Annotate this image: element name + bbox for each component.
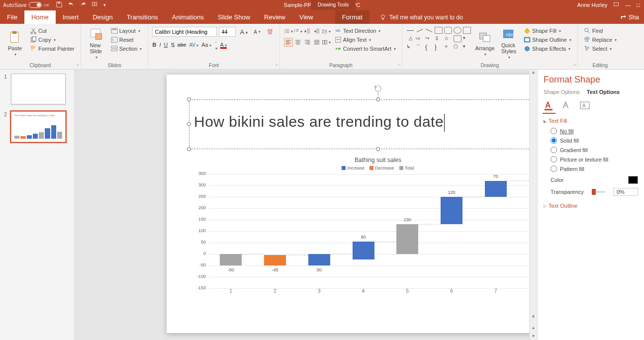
resize-handle[interactable]	[187, 122, 191, 126]
layout-button[interactable]: Layout	[109, 27, 144, 35]
resize-handle[interactable]	[187, 147, 191, 151]
transparency-value[interactable]: 0%	[613, 188, 638, 196]
vertical-scrollbar[interactable]: ▲ ▼ ▴▾	[529, 70, 537, 340]
cut-button[interactable]: Cut	[28, 27, 77, 35]
tab-design[interactable]: Design	[86, 10, 119, 24]
slide-thumbnail-2[interactable]: How bikini sales are trending to date	[11, 111, 66, 142]
tab-transitions[interactable]: Transitions	[120, 10, 165, 24]
shape-fill-button[interactable]: Shape Fill	[522, 27, 573, 35]
share-button[interactable]: Sha	[615, 11, 644, 24]
format-painter-button[interactable]: Format Painter	[28, 45, 77, 53]
scroll-up-icon[interactable]: ▲	[530, 70, 537, 78]
font-name-combo[interactable]	[152, 27, 217, 37]
qat-dropdown-icon[interactable]: ▾	[103, 2, 106, 7]
copy-button[interactable]: Copy	[28, 36, 77, 44]
select-button[interactable]: Select	[582, 45, 619, 53]
waterfall-chart[interactable]: Bathing suit sales IncreaseDecreaseTotal…	[189, 157, 537, 306]
transparency-slider[interactable]	[592, 191, 605, 193]
transparency-field[interactable]: Transparency 0%	[551, 188, 638, 196]
shape-effects-button[interactable]: Shape Effects	[522, 45, 573, 53]
tab-insert[interactable]: Insert	[56, 10, 86, 24]
gradient-fill-radio[interactable]: Gradient fill	[551, 147, 638, 153]
text-fill-section[interactable]: Text Fill	[544, 118, 638, 124]
tab-view[interactable]: View	[292, 10, 320, 24]
underline-icon[interactable]: U	[164, 42, 168, 48]
ribbon-display-icon[interactable]	[613, 1, 619, 8]
solid-fill-radio[interactable]: Solid fill	[551, 137, 638, 144]
text-direction-button[interactable]: IIAText Direction	[333, 27, 398, 35]
pattern-fill-radio[interactable]: Pattern fill	[551, 166, 638, 172]
drawing-launcher-icon[interactable]: ⌐	[570, 62, 576, 68]
clear-formatting-icon[interactable]	[265, 28, 276, 36]
font-size-combo[interactable]	[219, 27, 236, 37]
decrease-indent-icon[interactable]	[303, 27, 312, 36]
resize-handle[interactable]	[376, 147, 380, 151]
color-swatch[interactable]	[628, 176, 638, 184]
undo-icon[interactable]	[68, 1, 75, 9]
rotate-handle-icon[interactable]	[374, 85, 382, 92]
justify-icon[interactable]	[312, 38, 321, 47]
char-spacing-icon[interactable]: AV	[189, 42, 199, 48]
find-button[interactable]: Find	[582, 27, 619, 35]
tab-format[interactable]: Format	[335, 10, 369, 24]
slide-title-text[interactable]: How bikini sales are trending to date	[194, 113, 444, 130]
text-options-tab[interactable]: Text Options	[587, 89, 620, 95]
tab-file[interactable]: File	[0, 10, 24, 24]
highlight-icon[interactable]	[214, 39, 217, 51]
new-slide-button[interactable]: New Slide	[85, 27, 107, 60]
tab-animations[interactable]: Animations	[165, 10, 211, 24]
bullets-icon[interactable]	[284, 27, 293, 36]
section-button[interactable]: Section	[109, 45, 144, 53]
textbox-icon[interactable]: A	[579, 100, 590, 111]
scroll-down-icon[interactable]: ▼	[530, 314, 537, 322]
resize-handle[interactable]	[187, 97, 191, 101]
tab-review[interactable]: Review	[257, 10, 292, 24]
columns-icon[interactable]	[322, 38, 331, 47]
font-color-icon[interactable]: A	[220, 42, 227, 48]
text-outline-section[interactable]: Text Outline	[544, 203, 638, 209]
quick-styles-button[interactable]: AbcQuick Styles	[498, 27, 520, 60]
save-icon[interactable]	[56, 1, 63, 9]
grow-font-icon[interactable]: A▴	[238, 28, 250, 36]
shapes-gallery[interactable]: △⇨↪⇩☆▾ ↳⌒{}✧⬠▾	[406, 27, 472, 52]
user-name[interactable]: Anne Hurley	[577, 2, 608, 8]
redo-icon[interactable]	[80, 1, 87, 9]
text-fill-outline-icon[interactable]: A	[544, 100, 554, 111]
picture-fill-radio[interactable]: Picture or texture fill	[551, 156, 638, 163]
resize-handle[interactable]	[376, 97, 380, 101]
title-text-box[interactable]: How bikini sales are trending to date	[189, 99, 537, 149]
shadow-icon[interactable]: S	[171, 42, 174, 48]
tab-slideshow[interactable]: Slide Show	[211, 10, 257, 24]
change-case-icon[interactable]: Aa	[201, 42, 211, 48]
replace-button[interactable]: abReplace	[582, 36, 619, 44]
align-right-icon[interactable]	[303, 38, 312, 47]
shape-outline-button[interactable]: Shape Outline	[522, 36, 573, 44]
no-fill-radio[interactable]: No fill	[551, 128, 638, 134]
strike-icon[interactable]: abc	[178, 42, 186, 48]
align-center-icon[interactable]	[293, 38, 302, 47]
tell-me-search[interactable]: Tell me what you want to do	[379, 14, 463, 24]
clipboard-launcher-icon[interactable]: ⌐	[74, 62, 80, 68]
prev-slide-icon[interactable]: ▴	[532, 325, 535, 330]
numbering-icon[interactable]: 12	[293, 27, 302, 36]
maximize-icon[interactable]: □	[637, 2, 640, 8]
color-field[interactable]: Color	[551, 176, 638, 184]
align-left-icon[interactable]	[284, 38, 293, 47]
minimize-icon[interactable]: —	[625, 2, 631, 8]
slide-thumbnail-1[interactable]	[11, 74, 66, 104]
bold-icon[interactable]: B	[152, 42, 156, 48]
increase-indent-icon[interactable]	[312, 27, 321, 36]
start-from-beginning-icon[interactable]	[92, 1, 98, 9]
shrink-font-icon[interactable]: A▾	[252, 29, 263, 35]
paragraph-launcher-icon[interactable]: ⌐	[395, 62, 401, 68]
text-effects-icon[interactable]: A	[561, 100, 572, 111]
paste-button[interactable]: Paste	[4, 27, 26, 60]
font-launcher-icon[interactable]: ⌐	[273, 62, 278, 68]
slide[interactable]: How bikini sales are trending to date Ba…	[167, 75, 537, 333]
next-slide-icon[interactable]: ▾	[532, 333, 535, 339]
tab-home[interactable]: Home	[24, 10, 56, 24]
autosave-switch-icon[interactable]	[29, 2, 42, 8]
arrange-button[interactable]: Arrange	[474, 27, 496, 60]
line-spacing-icon[interactable]	[322, 27, 331, 36]
reset-button[interactable]: Reset	[109, 36, 144, 44]
